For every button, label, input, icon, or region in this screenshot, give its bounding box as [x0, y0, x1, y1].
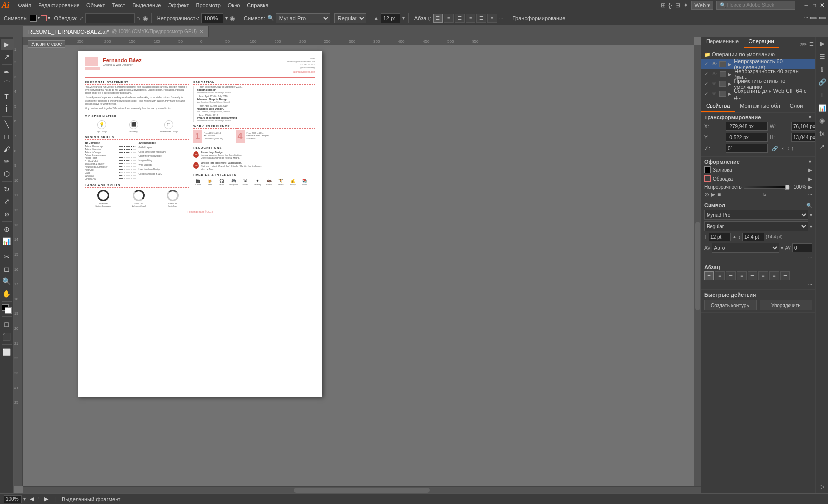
font-size-down-icon[interactable]: ▾ — [402, 15, 405, 21]
pencil-tool[interactable]: ✏ — [1, 155, 13, 167]
panel-close-icon[interactable]: ☰ — [807, 40, 815, 48]
y-input[interactable] — [726, 133, 768, 142]
menu-view[interactable]: Просмотр — [193, 0, 224, 11]
fill-more-icon[interactable]: ▶ — [808, 167, 812, 173]
align-left-button[interactable]: ☰ — [433, 14, 443, 23]
paragraph-header[interactable]: Абзац — [704, 264, 812, 270]
angle-input[interactable] — [726, 144, 768, 153]
align-right-button[interactable]: ☰ — [455, 14, 465, 23]
menu-window[interactable]: Окно — [224, 0, 244, 11]
para-justify[interactable]: ≡ — [737, 271, 747, 280]
shaper-tool[interactable]: ⬡ — [1, 168, 13, 180]
scale-tool[interactable]: ⤢ — [1, 195, 13, 207]
hand-tool[interactable]: ✋ — [1, 288, 13, 300]
para-justify-last-left[interactable]: ☰ — [748, 271, 757, 280]
opacity-arrow[interactable]: ▾ — [225, 15, 228, 21]
tab-properties[interactable]: Свойства — [701, 100, 735, 112]
kerning-arrow[interactable]: ▾ — [781, 245, 783, 251]
w-input[interactable] — [791, 122, 815, 131]
document-tab[interactable]: RESUME_FERNANDO-BAEZ.ai* @ 100% (CMYK/Пр… — [23, 26, 209, 37]
nav-prev-button[interactable]: ◀ — [30, 496, 34, 502]
panel-menu-icon[interactable]: ⋙ — [799, 40, 807, 48]
nav-next-button[interactable]: ▶ — [44, 496, 48, 502]
font-style-select[interactable]: Regular — [334, 13, 366, 23]
link-icon[interactable]: 🔗 — [772, 146, 778, 151]
maximize-button[interactable]: □ — [810, 1, 818, 9]
star-icon[interactable]: ✦ — [683, 2, 688, 9]
curvature-tool[interactable]: ⌒ — [1, 78, 13, 90]
x-input[interactable] — [726, 122, 768, 131]
flip-h-transform-icon[interactable]: ⟺ — [782, 145, 789, 152]
opacity-more-icon[interactable]: ▶ — [808, 184, 812, 190]
symbol-sprayer-tool[interactable]: ⊛ — [1, 223, 13, 235]
menu-object[interactable]: Объект — [83, 0, 108, 11]
char-more-icon[interactable]: ··· — [704, 254, 812, 260]
menu-edit[interactable]: Редактирование — [35, 0, 83, 11]
stroke-more-icon[interactable]: ▶ — [808, 176, 812, 182]
stroke-value-input[interactable] — [85, 13, 135, 23]
stroke-up-icon[interactable]: ⤢ — [79, 15, 83, 21]
para-justify-forced[interactable]: ☰ — [780, 271, 790, 280]
order-button[interactable]: Упорядочить — [760, 300, 813, 310]
rotate-tool[interactable]: ↻ — [1, 183, 13, 195]
flip-v-transform-icon[interactable]: ↕ — [791, 145, 794, 151]
eraser-tool[interactable]: ◻ — [1, 263, 13, 275]
code-icon[interactable]: {} — [669, 2, 672, 9]
opacity-input[interactable] — [201, 13, 223, 23]
para-align-center[interactable]: ≡ — [715, 271, 725, 280]
align-justify-last-button[interactable]: ☰ — [476, 14, 486, 23]
pen-tool[interactable]: ✒ — [1, 66, 13, 78]
direct-select-tool[interactable]: ↗ — [1, 51, 13, 63]
screen-mode[interactable]: ⬜ — [1, 346, 13, 358]
horizontal-scrollbar-thumb[interactable] — [294, 488, 430, 493]
para-align-right[interactable]: ☰ — [726, 271, 736, 280]
font-style-select-panel[interactable]: Regular — [704, 221, 808, 231]
format-collapse-icon[interactable]: ▼ — [808, 159, 812, 164]
layout-icon[interactable]: ⊟ — [675, 2, 680, 9]
symbol-search-panel-icon[interactable]: 🔍 — [806, 203, 812, 208]
rect-tool[interactable]: □ — [1, 131, 13, 143]
type-tool[interactable]: T — [1, 91, 13, 103]
opacity-slider[interactable] — [744, 186, 790, 189]
tracking-input[interactable] — [792, 243, 812, 252]
background-color[interactable] — [5, 307, 12, 314]
workspace-dropdown[interactable]: Web ▾ — [691, 1, 713, 10]
font-size-input[interactable] — [381, 13, 400, 23]
zoom-input[interactable] — [4, 495, 22, 503]
h-input[interactable] — [791, 133, 815, 142]
transform-header[interactable]: Трансформирование ▼ — [704, 115, 812, 120]
tab-layers[interactable]: Слои — [785, 100, 808, 112]
zoom-tool[interactable]: 🔍 — [1, 275, 13, 287]
font-size-panel-input[interactable] — [709, 233, 731, 241]
fill-arrow[interactable]: ▾ — [38, 15, 40, 21]
font-select-arrow[interactable]: ▾ — [810, 212, 812, 218]
more-options-icon[interactable]: ··· — [499, 15, 503, 21]
para-more-icon[interactable]: ··· — [704, 282, 812, 287]
vertical-scrollbar[interactable] — [694, 45, 701, 486]
opacity-handle[interactable] — [785, 185, 789, 190]
stroke-arrow[interactable]: ▾ — [48, 15, 50, 21]
align-center-button[interactable]: ≡ — [444, 14, 454, 23]
right-icon-fx[interactable]: fx — [817, 128, 827, 138]
menu-help[interactable]: Справка — [243, 0, 272, 11]
minimize-button[interactable]: ─ — [802, 1, 810, 9]
right-icon-select[interactable]: ▶ — [817, 39, 827, 48]
slice-tool[interactable]: ✂ — [1, 251, 13, 263]
transform-collapse-icon[interactable]: ▼ — [808, 115, 812, 120]
fx-button[interactable]: fx — [763, 192, 767, 197]
grid-icon[interactable]: ⊞ — [661, 2, 666, 9]
profile-icon[interactable]: ◉ — [143, 15, 148, 22]
symbol-search-icon[interactable]: 🔍 — [267, 15, 274, 21]
select-tool[interactable]: ▶ — [1, 39, 13, 50]
format-header[interactable]: Оформление ▼ — [704, 159, 812, 165]
para-justify-last-center[interactable]: ≡ — [758, 271, 768, 280]
align-justify-button[interactable]: ≡ — [466, 14, 475, 23]
touch-type-tool[interactable]: Ṫ — [1, 103, 13, 115]
right-icon-layers[interactable]: ☰ — [817, 51, 827, 61]
fx-more-icon[interactable]: ··· — [808, 192, 812, 197]
op-item-0[interactable]: ✓ 👁 ▶ Непрозрачность 60 (выделение) — [701, 59, 815, 69]
font-name-select[interactable]: Myriad Pro — [704, 210, 808, 220]
right-icon-export[interactable]: ↗ — [817, 141, 827, 151]
fill-color-swatch[interactable] — [704, 166, 711, 173]
kerning-select[interactable]: Авто — [712, 243, 780, 253]
